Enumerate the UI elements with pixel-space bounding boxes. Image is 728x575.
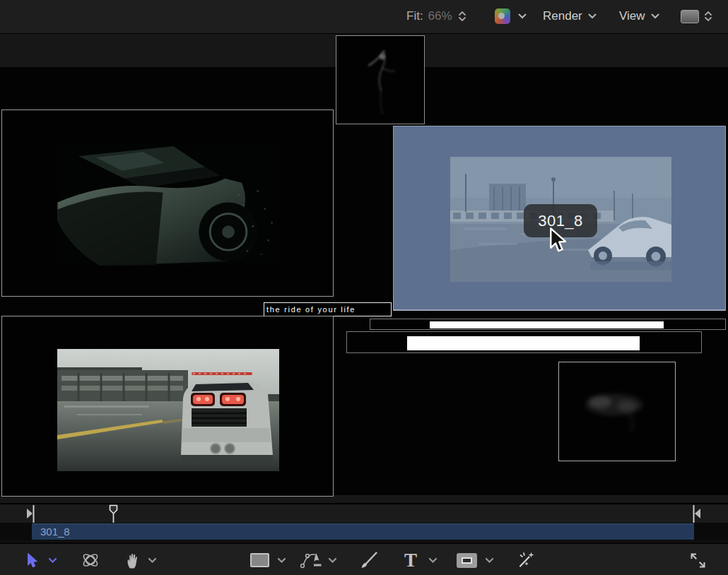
pen-icon — [300, 551, 325, 569]
text-tool-button[interactable]: T — [404, 544, 417, 575]
title-bar-thin-fill — [430, 321, 664, 328]
zoom-fit-label: Fit: — [406, 9, 423, 23]
select-tool-button[interactable] — [25, 544, 38, 575]
view-menu[interactable]: View — [619, 0, 659, 32]
chevron-down-icon — [148, 557, 157, 564]
layer-car-parking-selected[interactable]: 301_8 — [393, 126, 726, 311]
light-streak-image — [336, 36, 424, 124]
render-menu[interactable]: Render — [543, 0, 597, 32]
brush-icon — [359, 550, 379, 570]
magic-wand-icon — [516, 550, 536, 570]
pan-tool-dropdown[interactable] — [148, 544, 157, 575]
motion-canvas-window: { "top_toolbar": { "fit_label": "Fit:", … — [0, 0, 728, 575]
paint-tool-button[interactable] — [359, 544, 379, 575]
diagonal-arrows-icon — [688, 551, 708, 570]
layer-car-side-dark[interactable] — [1, 109, 334, 297]
chevron-down-icon — [588, 13, 597, 19]
zoom-level-control[interactable]: Fit: 66% — [406, 0, 466, 32]
view-toolbar: Fit: 66% Render View — [0, 0, 728, 34]
car-side-image — [57, 142, 278, 266]
bezier-tool-button[interactable] — [300, 544, 325, 575]
timeline-clip-bar[interactable]: 301_8 — [32, 523, 694, 540]
chevron-down-icon — [518, 13, 527, 19]
view-menu-label: View — [619, 9, 645, 23]
text-layer-content: the ride of your life — [266, 305, 356, 314]
mask-tool-dropdown[interactable] — [485, 544, 494, 575]
adjust-tool-button[interactable] — [516, 544, 536, 575]
hand-icon — [125, 552, 141, 569]
text-tool-dropdown[interactable] — [428, 544, 438, 575]
pan-tool-button[interactable] — [125, 544, 141, 575]
out-point-marker[interactable] — [691, 504, 701, 523]
chevron-down-icon — [428, 557, 438, 564]
color-channels-icon — [495, 8, 510, 24]
window-layout-icon — [681, 10, 699, 23]
chevron-down-icon — [651, 13, 659, 19]
bezier-tool-dropdown[interactable] — [328, 544, 337, 575]
layer-title-bar-thin[interactable] — [370, 319, 726, 330]
chevron-down-icon — [328, 557, 337, 564]
layer-car-rear-rain[interactable] — [1, 316, 334, 497]
window-layout-control[interactable] — [681, 0, 712, 32]
chevron-down-icon — [48, 557, 57, 564]
tool-palette: T — [0, 543, 728, 575]
layer-smoke[interactable] — [558, 362, 676, 461]
transform-3d-tool-button[interactable] — [81, 544, 100, 575]
layout-stepper-icon — [704, 10, 712, 23]
arrow-cursor-icon — [25, 552, 38, 569]
rectangle-tool-button[interactable] — [250, 544, 269, 575]
orbit-icon — [81, 550, 100, 570]
channels-dropdown[interactable] — [495, 0, 527, 32]
rectangle-icon — [250, 553, 269, 567]
rectangle-tool-dropdown[interactable] — [277, 544, 286, 575]
playhead[interactable] — [108, 504, 119, 523]
timeline-track[interactable]: 301_8 — [0, 523, 728, 540]
text-layer-ride-of-your-life[interactable]: the ride of your life — [264, 302, 392, 316]
timeline-ruler[interactable] — [0, 504, 728, 523]
rect-mask-icon — [457, 553, 477, 568]
zoom-stepper-icon[interactable] — [458, 10, 466, 23]
select-tool-dropdown[interactable] — [48, 544, 57, 575]
mouse-cursor-icon — [546, 227, 568, 254]
mask-tool-button[interactable] — [457, 544, 477, 575]
layer-title-bar-wide[interactable] — [346, 331, 702, 353]
render-menu-label: Render — [543, 9, 582, 23]
text-tool-icon: T — [404, 550, 417, 571]
chevron-down-icon — [485, 557, 494, 564]
car-rear-image — [57, 349, 279, 471]
canvas-area[interactable]: 301_8 the ride of your life — [0, 34, 728, 503]
title-bar-wide-fill — [407, 336, 640, 350]
timeline-clip-label: 301_8 — [40, 526, 70, 538]
zoom-value: 66% — [428, 9, 452, 23]
layer-light-streak[interactable] — [336, 35, 425, 124]
smoke-image — [559, 362, 675, 461]
expand-canvas-button[interactable] — [688, 544, 708, 575]
in-point-marker[interactable] — [26, 504, 36, 523]
chevron-down-icon — [277, 557, 286, 564]
